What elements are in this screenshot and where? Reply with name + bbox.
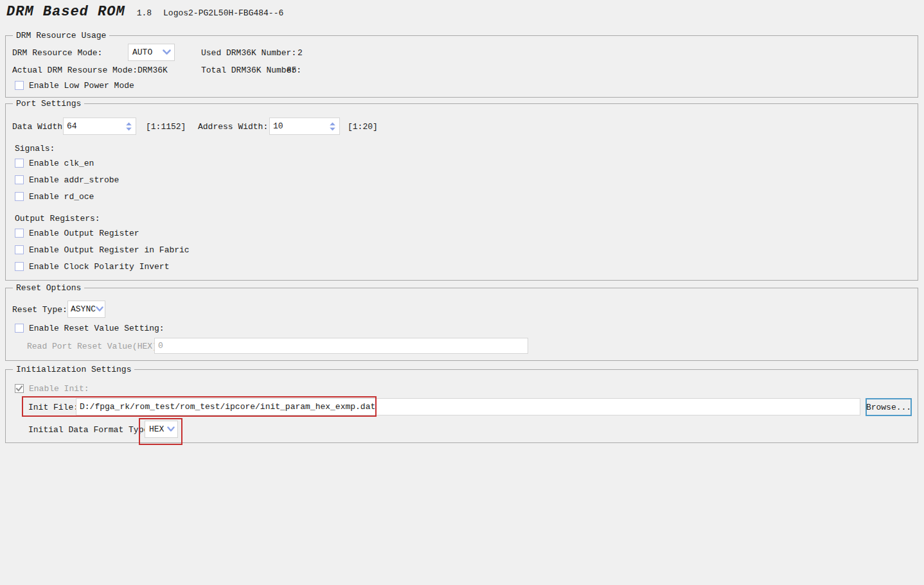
enable-low-power-label: Enable Low Power Mode [29,81,134,91]
address-width-spin-buttons[interactable] [330,122,335,130]
group-port-settings: Port Settings Data Width: [1:1152] Addre… [5,103,918,281]
enable-addr-strobe-label: Enable addr_strobe [29,175,119,185]
spinner-down-icon [330,127,335,130]
used-drm36k-label: Used DRM36K Number: [201,48,296,58]
browse-button[interactable]: Browse... [866,398,912,416]
init-file-input[interactable] [76,398,860,415]
chevron-down-icon [167,426,175,432]
data-width-stepper [63,118,136,135]
header: DRM Based ROM 1.8 Logos2-PG2L50H-FBG484-… [6,4,283,20]
page-title: DRM Based ROM [6,4,125,20]
enable-reset-value-label: Enable Reset Value Setting: [29,324,164,333]
signals-label: Signals: [15,144,55,154]
device-label: Logos2-PG2L50H-FBG484--6 [163,8,283,18]
chevron-down-icon [163,49,171,55]
enable-output-register-label: Enable Output Register [29,229,139,238]
init-file-label: Init File: [28,403,78,413]
used-drm36k-value: 2 [298,48,303,58]
enable-clock-polarity-invert-checkbox[interactable] [15,262,24,271]
enable-output-register-fabric-label: Enable Output Register in Fabric [29,245,190,255]
spinner-up-icon [330,122,335,125]
actual-mode-value: DRM36K [138,65,168,76]
read-port-reset-value-input [154,338,528,354]
drm-resource-mode-label: DRM Resource Mode: [12,48,102,58]
reset-type-value: ASYNC [71,304,96,314]
enable-rd-oce-checkbox[interactable] [15,192,24,201]
version-label: 1.8 [137,8,152,18]
group-legend: DRM Resource Usage [13,31,109,40]
data-width-spin-buttons[interactable] [126,122,132,130]
spinner-down-icon [126,127,132,130]
actual-mode-label: Actual DRM Resourse Mode: [12,65,138,76]
enable-clk-en-label: Enable clk_en [29,159,94,168]
address-width-range: [1:20] [348,122,378,132]
enable-clk-en-checkbox[interactable] [15,159,24,168]
enable-init-label: Enable Init: [29,384,89,394]
reset-type-label: Reset Type: [12,305,67,315]
group-drm-resource-usage: DRM Resource Usage DRM Resource Mode: AU… [5,35,918,98]
address-width-stepper [269,118,340,135]
data-width-label: Data Width: [12,122,67,132]
chevron-down-icon [96,306,103,312]
enable-low-power-checkbox[interactable] [15,81,24,90]
enable-rd-oce-label: Enable rd_oce [29,192,94,202]
total-drm36k-value: 85 [287,65,297,76]
group-legend: Reset Options [13,283,84,293]
enable-init-checkbox [15,384,24,393]
data-width-input[interactable] [63,118,136,135]
data-width-range: [1:1152] [146,122,186,132]
spinner-up-icon [126,122,132,125]
drm-resource-mode-select[interactable]: AUTO [128,44,175,61]
enable-reset-value-checkbox[interactable] [15,324,24,333]
enable-clock-polarity-invert-label: Enable Clock Polarity Invert [29,262,169,272]
address-width-label: Address Width: [198,122,268,132]
group-initialization-settings: Initialization Settings Enable Init: Ini… [5,369,918,443]
group-legend: Initialization Settings [13,365,134,374]
format-type-label: Initial Data Format Type: [28,425,154,435]
reset-type-select[interactable]: ASYNC [67,301,105,318]
enable-addr-strobe-checkbox[interactable] [15,175,24,184]
enable-output-register-fabric-checkbox[interactable] [15,245,24,254]
format-type-value: HEX [149,424,164,434]
format-type-select[interactable]: HEX [145,421,178,438]
enable-output-register-checkbox[interactable] [15,229,24,238]
drm-resource-mode-value: AUTO [132,48,152,57]
check-icon [15,385,23,392]
group-reset-options: Reset Options Reset Type: ASYNC Enable R… [5,288,918,361]
read-port-reset-value-label: Read Port Reset Value(HEX): [27,342,163,352]
group-legend: Port Settings [13,99,84,109]
output-registers-label: Output Registers: [15,214,100,224]
